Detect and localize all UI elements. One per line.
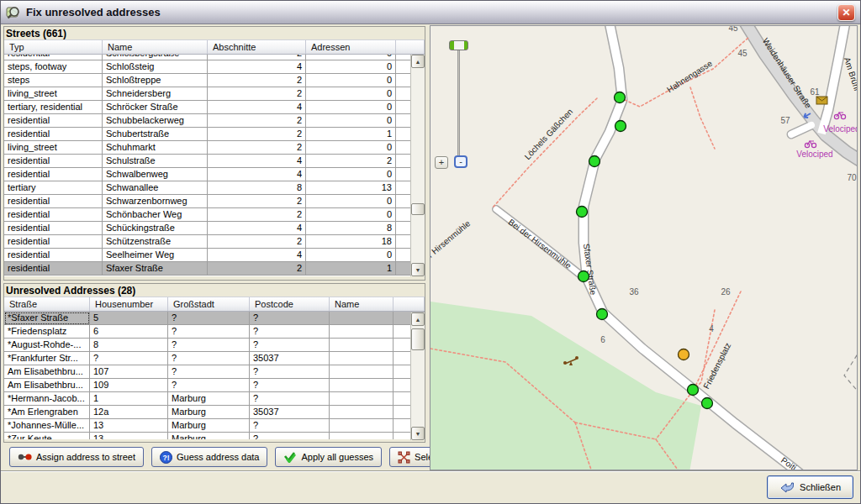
table-cell: Schützenstraße xyxy=(103,235,208,249)
table-cell: 5 xyxy=(90,312,168,325)
table-cell xyxy=(330,419,394,433)
schliessen-button[interactable]: Schließen xyxy=(767,475,853,499)
playground-icon xyxy=(563,361,567,365)
streets-scrollbar-thumb[interactable] xyxy=(411,203,425,215)
address-node-green xyxy=(597,309,608,320)
apply-all-guesses-button[interactable]: Apply all guesses xyxy=(275,447,382,467)
column-header-housenumber[interactable]: Housenumber xyxy=(90,297,168,311)
table-row[interactable]: residentialSchützenstraße218 xyxy=(4,235,425,249)
table-row[interactable]: *Hermann-Jacob...1Marburg? xyxy=(4,392,425,406)
assign-address-to-street-button[interactable]: Assign address to street xyxy=(9,447,144,467)
column-header-filler xyxy=(394,297,425,311)
table-cell: ? xyxy=(90,352,168,365)
scroll-down-icon[interactable]: ▼ xyxy=(411,427,425,440)
column-header-abschnitte[interactable]: Abschnitte xyxy=(208,40,306,54)
apply-guesses-icon xyxy=(283,451,297,463)
scroll-down-icon[interactable]: ▼ xyxy=(411,263,425,276)
table-cell: Schloßsteig xyxy=(103,60,208,74)
table-cell: 2 xyxy=(306,155,396,168)
table-cell: 6 xyxy=(90,325,168,339)
table-row[interactable]: Am Elisabethbru...107?? xyxy=(4,365,425,379)
table-row[interactable]: *Johannes-Mülle...13Marburg? xyxy=(4,419,425,433)
table-row[interactable]: living_streetSchuhmarkt20 xyxy=(4,141,425,155)
column-header-name[interactable]: Name xyxy=(103,40,208,54)
map-panel[interactable]: HahnengasseWeidenhäuser StraßeAm BrühlLö… xyxy=(430,25,858,470)
table-cell: *Am Erlengraben xyxy=(4,406,90,419)
house-number: 26 xyxy=(721,287,731,297)
column-header-straße[interactable]: Straße xyxy=(4,297,90,311)
column-header-postcode[interactable]: Postcode xyxy=(250,297,330,311)
table-row[interactable]: residentialSchulstraße42 xyxy=(4,155,425,168)
table-row[interactable]: tertiary, residentialSchröcker Straße40 xyxy=(4,101,425,114)
table-row[interactable]: residentialSchönbacher Weg20 xyxy=(4,208,425,222)
schliessen-button-label: Schließen xyxy=(800,482,841,492)
streets-table[interactable]: residentialSchloßbergstraße20steps, foot… xyxy=(4,55,425,276)
table-row[interactable]: *Am Erlengraben12aMarburg35037 xyxy=(4,406,425,419)
scroll-up-icon[interactable]: ▲ xyxy=(411,55,425,68)
table-cell: 1 xyxy=(306,262,396,276)
table-row[interactable]: *Zur Keute13Marburg? xyxy=(4,433,425,439)
address-node-green xyxy=(577,207,588,218)
table-row[interactable]: stepsSchloßtreppe20 xyxy=(4,74,425,87)
playground-icon xyxy=(575,356,578,360)
close-icon[interactable]: ✕ xyxy=(837,4,855,21)
table-row[interactable]: residentialSchubbelackerweg20 xyxy=(4,114,425,128)
map-zoom-slider-handle[interactable] xyxy=(449,40,468,50)
table-row[interactable]: tertiarySchwanallee813 xyxy=(4,181,425,195)
scroll-up-icon[interactable]: ▲ xyxy=(411,312,425,326)
table-cell: 8 xyxy=(306,222,396,235)
title-bar[interactable]: Fix unresolved addresses ✕ xyxy=(1,1,860,24)
table-cell: 2 xyxy=(208,74,306,87)
house-number: 4 xyxy=(709,324,714,333)
table-row[interactable]: steps, footwaySchloßsteig40 xyxy=(4,60,425,74)
address-node-green xyxy=(615,121,626,132)
column-header-name[interactable]: Name xyxy=(330,297,394,311)
column-header-großstadt[interactable]: Großstadt xyxy=(168,297,250,311)
table-row[interactable]: residentialSchückingstraße48 xyxy=(4,222,425,235)
table-cell: 0 xyxy=(306,195,396,208)
house-number: 57 xyxy=(780,116,790,125)
table-row[interactable]: residentialSfaxer Straße21 xyxy=(4,262,425,276)
map-canvas[interactable]: HahnengasseWeidenhäuser StraßeAm BrühlLö… xyxy=(430,26,858,470)
table-cell: 107 xyxy=(90,365,168,379)
unresolved-scrollbar[interactable]: ▲ ▼ xyxy=(410,312,425,440)
column-header-typ[interactable]: Typ xyxy=(4,40,103,54)
unresolved-section-title: Unresolved Addresses (28) xyxy=(4,284,425,297)
column-header-adressen[interactable]: Adressen xyxy=(306,40,396,54)
map-zoom-slider-track[interactable] xyxy=(457,45,460,159)
table-cell: living_street xyxy=(4,141,103,155)
table-cell: *Frankfurter Str... xyxy=(4,352,90,365)
table-row[interactable]: *Frankfurter Str...??35037 xyxy=(4,352,425,365)
table-cell: residential xyxy=(4,222,103,235)
table-cell: Schloßbergstraße xyxy=(103,55,208,60)
unresolved-scrollbar-thumb[interactable] xyxy=(411,328,425,350)
table-row[interactable]: *Friedensplatz6?? xyxy=(4,325,425,339)
zoom-out-button[interactable]: - xyxy=(454,155,467,168)
table-row[interactable]: residentialSchwarzenbornweg20 xyxy=(4,195,425,208)
table-cell: 4 xyxy=(208,249,306,262)
table-cell: 18 xyxy=(306,235,396,249)
table-row[interactable]: residentialSchloßbergstraße20 xyxy=(4,55,425,60)
table-cell xyxy=(330,352,394,365)
table-row[interactable]: living_streetSchneidersberg20 xyxy=(4,87,425,101)
guess-address-data-button[interactable]: ?!Guess address data xyxy=(151,447,267,467)
table-cell: Schwanallee xyxy=(103,181,208,195)
table-row[interactable]: Am Elisabethbru...109?? xyxy=(4,379,425,392)
table-cell: *Sfaxer Straße xyxy=(4,312,90,325)
table-cell: Schönbacher Weg xyxy=(103,208,208,222)
table-row[interactable]: residentialSchwalbenweg40 xyxy=(4,168,425,181)
table-cell: ? xyxy=(168,365,250,379)
back-arrow-icon xyxy=(779,481,795,493)
table-cell: ? xyxy=(168,312,250,325)
streets-scrollbar[interactable]: ▲ ▼ xyxy=(410,55,425,276)
table-row[interactable]: residentialSchubertstraße21 xyxy=(4,128,425,141)
table-cell: 13 xyxy=(90,419,168,433)
table-cell: 0 xyxy=(306,55,396,60)
unresolved-table[interactable]: *Sfaxer Straße5??*Friedensplatz6??*Augus… xyxy=(4,312,425,439)
zoom-in-button[interactable]: + xyxy=(435,156,448,169)
table-row[interactable]: *August-Rohde-...8?? xyxy=(4,339,425,352)
table-row[interactable]: residentialSeelheimer Weg40 xyxy=(4,249,425,262)
table-row[interactable]: *Sfaxer Straße5?? xyxy=(4,312,425,325)
table-cell: 35037 xyxy=(250,406,330,419)
table-cell: ? xyxy=(250,419,330,433)
